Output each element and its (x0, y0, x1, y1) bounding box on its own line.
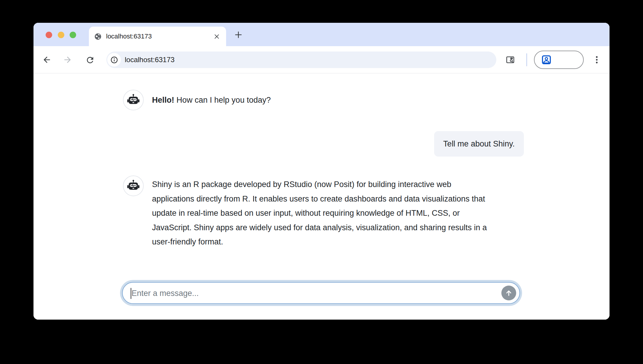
robot-icon (127, 94, 140, 107)
arrow-up-icon (505, 289, 513, 297)
assistant-message: Shiny is an R package developed by RStud… (152, 177, 496, 249)
profile-button[interactable] (534, 51, 584, 69)
text-cursor (131, 288, 131, 299)
address-bar[interactable]: localhost:63173 (106, 51, 496, 68)
assistant-message-bold: Hello! (152, 96, 174, 104)
browser-tab[interactable]: localhost:63173 (89, 27, 226, 46)
chat-page: Hello! How can I help you today? Tell me… (33, 74, 610, 320)
search-tabs-icon[interactable] (506, 55, 515, 65)
toolbar-divider (526, 53, 527, 66)
site-info-chip[interactable] (107, 53, 121, 67)
info-icon (110, 56, 118, 64)
close-window-button[interactable] (46, 32, 52, 38)
message-input[interactable] (131, 283, 497, 303)
assistant-avatar (123, 90, 144, 110)
user-message-bubble: Tell me about Shiny. (434, 131, 524, 157)
browser-window: localhost:63173 (33, 23, 610, 320)
close-tab-icon[interactable] (214, 33, 220, 40)
assistant-avatar (123, 175, 144, 196)
chat-input-container (122, 282, 520, 304)
url-text[interactable]: localhost:63173 (125, 51, 175, 68)
navigation-bar: localhost:63173 (33, 46, 610, 73)
tab-strip: localhost:63173 (33, 23, 610, 46)
assistant-message: Hello! How can I help you today? (152, 94, 271, 106)
forward-icon[interactable] (63, 55, 72, 65)
send-button[interactable] (501, 286, 516, 300)
assistant-message-rest: How can I help you today? (174, 96, 271, 104)
zoom-window-button[interactable] (70, 32, 76, 38)
robot-icon (127, 179, 140, 192)
globe-favicon-icon (94, 33, 102, 41)
minimize-window-button[interactable] (58, 32, 64, 38)
reload-icon[interactable] (85, 55, 95, 65)
back-icon[interactable] (42, 55, 52, 65)
tab-title: localhost:63173 (106, 27, 152, 46)
menu-kebab-icon[interactable] (592, 55, 602, 65)
new-tab-button[interactable] (234, 30, 243, 39)
profile-avatar-icon (541, 54, 552, 65)
